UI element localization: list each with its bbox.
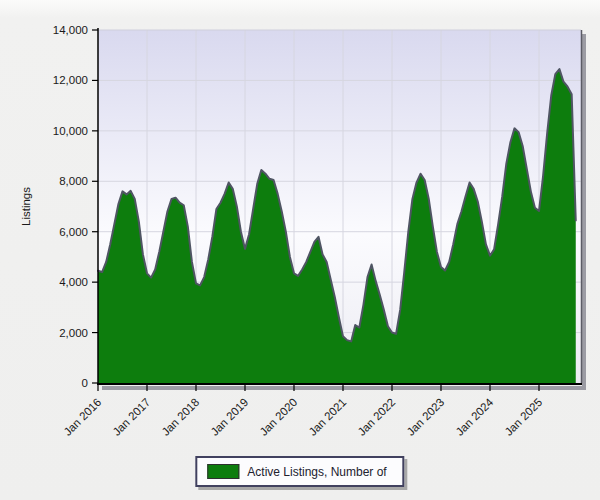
y-tick-label: 12,000 — [53, 74, 88, 86]
bottom-shadow — [102, 386, 586, 390]
x-tick-label: Jan 2017 — [110, 396, 152, 438]
x-tick-label: Jan 2016 — [61, 396, 103, 438]
x-tick-label: Jan 2023 — [404, 396, 446, 438]
x-tick-label: Jan 2019 — [208, 396, 250, 438]
x-tick-label: Jan 2025 — [502, 396, 544, 438]
y-axis-title: Listings — [20, 187, 32, 226]
x-tick-label: Jan 2020 — [257, 396, 299, 438]
x-tick-label: Jan 2024 — [453, 396, 495, 438]
listings-area-chart: 02,0004,0006,0008,00010,00012,00014,000J… — [0, 0, 600, 455]
x-tick-label: Jan 2021 — [306, 396, 348, 438]
x-tick-label: Jan 2018 — [159, 396, 201, 438]
y-tick-label: 8,000 — [59, 175, 88, 187]
y-tick-label: 10,000 — [53, 125, 88, 137]
y-tick-label: 0 — [82, 377, 88, 389]
chart-panel: 02,0004,0006,0008,00010,00012,00014,000J… — [0, 0, 600, 500]
legend-swatch-active-listings — [207, 464, 239, 479]
x-tick-label: Jan 2022 — [355, 396, 397, 438]
y-tick-label: 4,000 — [59, 276, 88, 288]
y-tick-label: 6,000 — [59, 226, 88, 238]
right-shadow — [582, 34, 586, 388]
legend-label: Active Listings, Number of — [247, 465, 386, 479]
y-tick-label: 2,000 — [59, 327, 88, 339]
legend: Active Listings, Number of — [195, 456, 404, 487]
y-tick-label: 14,000 — [53, 24, 88, 36]
